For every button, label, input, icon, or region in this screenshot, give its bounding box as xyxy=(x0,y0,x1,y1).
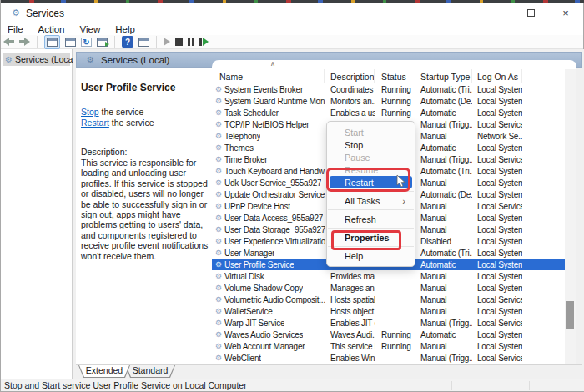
service-startup-type-cell: Automatic (Tri... xyxy=(415,85,472,94)
context-menu-item-refresh[interactable]: Refresh xyxy=(330,213,412,225)
table-row[interactable]: ⚙Task SchedulerEnables a us...RunningAut… xyxy=(212,107,565,118)
table-row[interactable]: ⚙Volumetric Audio Composit...Hosts spati… xyxy=(212,294,565,305)
gear-icon: ⚙ xyxy=(215,319,222,327)
menu-bar: File Action View Help xyxy=(1,23,583,35)
service-description-cell: Enables JIT c... xyxy=(325,319,375,328)
service-status-cell: Running xyxy=(375,330,415,339)
help-button[interactable]: ? xyxy=(122,36,133,48)
gear-icon: ⚙ xyxy=(215,272,222,280)
service-name: User Profile Service xyxy=(224,260,294,269)
service-name-cell: ⚙System Guard Runtime Mon... xyxy=(212,97,325,106)
table-row[interactable]: ⚙WalletServiceHosts object...ManualLocal… xyxy=(212,305,565,317)
restart-service-button[interactable] xyxy=(199,38,209,46)
show-console-tree-button[interactable] xyxy=(44,35,60,49)
context-menu-item-resume[interactable]: Resume xyxy=(330,163,412,176)
export-list-button[interactable] xyxy=(97,38,108,47)
service-status-cell: Running xyxy=(375,97,415,106)
header-bar-label: Services (Local) xyxy=(101,55,169,65)
context-menu-item-pause[interactable]: Pause xyxy=(330,151,412,163)
context-menu-item-stop[interactable]: Stop xyxy=(330,138,412,151)
context-menu-item-properties[interactable]: Properties xyxy=(330,231,412,244)
service-name: Touch Keyboard and Handw... xyxy=(224,167,325,176)
gear-icon: ⚙ xyxy=(215,155,222,163)
table-row[interactable]: ⚙Web Account ManagerThis service i...Run… xyxy=(212,340,565,352)
stop-service-link[interactable]: Stop xyxy=(81,107,99,117)
service-description: This service is responsible for loading … xyxy=(81,158,214,261)
table-row[interactable]: ⚙Waves Audio ServicesWaves Audi...Runnin… xyxy=(212,329,565,340)
start-service-button[interactable] xyxy=(164,38,170,46)
toolbar-separator xyxy=(114,36,115,48)
service-startup-type-cell: Manual xyxy=(415,132,472,141)
column-header-description[interactable]: Description xyxy=(325,69,375,83)
show-action-pane-button[interactable] xyxy=(138,38,149,47)
status-text: Stop and Start service User Profile Serv… xyxy=(4,380,247,390)
back-button[interactable] xyxy=(3,38,14,46)
service-name-cell: ⚙WalletService xyxy=(212,307,325,316)
services-window: ⚙ Services × File Action View Help ↻ ? ⚙ xyxy=(0,0,584,392)
service-name-cell: ⚙UPnP Device Host xyxy=(212,202,325,211)
minimize-button[interactable] xyxy=(478,3,513,23)
service-startup-type-cell: Disabled xyxy=(415,237,472,246)
tab-standard[interactable]: Standard xyxy=(125,365,175,378)
menu-action[interactable]: Action xyxy=(31,24,73,34)
status-bar-divider xyxy=(529,381,530,390)
tree-item-services-local[interactable]: ⚙ Services (Local) xyxy=(3,53,70,66)
service-startup-type-cell: Manual xyxy=(415,284,472,293)
table-row[interactable]: ⚙System Events BrokerCoordinates ...Runn… xyxy=(212,83,565,95)
menu-separator xyxy=(328,228,414,229)
menu-view[interactable]: View xyxy=(73,24,108,34)
service-log-on-as-cell: Local System xyxy=(472,214,522,223)
play-icon xyxy=(164,38,170,46)
forward-arrow-icon xyxy=(19,38,30,46)
status-bar-divider xyxy=(451,381,452,390)
service-log-on-as-cell: Local System xyxy=(472,342,522,351)
gear-icon: ⚙ xyxy=(215,260,222,269)
context-menu-item-help[interactable]: Help xyxy=(330,249,412,262)
table-row[interactable]: ⚙WebClientEnables Win...Manual (Trigg...… xyxy=(212,352,565,364)
description-label: Description: xyxy=(81,147,214,157)
column-header-status[interactable]: Status xyxy=(375,69,415,83)
close-button[interactable]: × xyxy=(548,3,583,23)
gear-icon: ⚙ xyxy=(5,55,13,64)
service-log-on-as-cell: Local System xyxy=(472,143,522,153)
stop-service-button[interactable] xyxy=(175,38,183,46)
table-row[interactable]: ⚙Volume Shadow CopyManages an...ManualLo… xyxy=(212,282,565,294)
service-name: System Events Broker xyxy=(224,85,303,94)
table-row[interactable]: ⚙Virtual DiskProvides ma...ManualLocal S… xyxy=(212,270,565,282)
column-header-startup-type[interactable]: Startup Type xyxy=(415,69,472,83)
forward-button[interactable] xyxy=(19,38,30,46)
menu-file[interactable]: File xyxy=(1,24,31,34)
restart-service-link[interactable]: Restart xyxy=(81,118,109,128)
maximize-button[interactable] xyxy=(513,3,548,23)
table-row[interactable]: ⚙System Guard Runtime Mon...Monitors an.… xyxy=(212,95,565,107)
pause-service-button[interactable] xyxy=(188,38,194,46)
service-startup-type-cell: Manual xyxy=(415,225,472,234)
table-row[interactable]: ⚙Warp JIT ServiceEnables JIT c...Manual … xyxy=(212,317,565,329)
service-description-cell: Hosts object... xyxy=(325,307,375,316)
context-menu-item-start[interactable]: Start xyxy=(330,126,412,138)
context-menu-item-restart[interactable]: Restart xyxy=(330,176,412,188)
service-name: Time Broker xyxy=(224,155,267,164)
menu-separator xyxy=(328,209,414,210)
menu-help[interactable]: Help xyxy=(108,24,143,34)
column-header-name[interactable]: Name xyxy=(212,69,325,83)
service-log-on-as-cell: Local System xyxy=(472,249,522,258)
service-name-cell: ⚙Volume Shadow Copy xyxy=(212,284,325,293)
column-header-log-on-as[interactable]: Log On As xyxy=(472,69,522,83)
service-startup-type-cell: Automatic (Tri... xyxy=(415,249,472,258)
service-startup-type-cell: Automatic (De... xyxy=(415,190,472,199)
service-log-on-as-cell: Local System xyxy=(472,85,522,94)
refresh-button[interactable]: ↻ xyxy=(81,38,92,47)
service-name-cell: ⚙TCP/IP NetBIOS Helper xyxy=(212,120,325,129)
vertical-scrollbar[interactable] xyxy=(565,69,576,364)
service-name-cell: ⚙Touch Keyboard and Handw... xyxy=(212,167,325,176)
scrollbar-thumb[interactable] xyxy=(566,301,574,329)
service-description-cell: Enables Win... xyxy=(325,354,375,363)
service-name-cell: ⚙Time Broker xyxy=(212,155,325,164)
service-name: WebClient xyxy=(224,354,261,363)
context-menu-item-all-tasks[interactable]: All Tasks› xyxy=(330,194,412,207)
tab-extended[interactable]: Extended xyxy=(78,365,130,378)
service-log-on-as-cell: Local System xyxy=(472,237,522,246)
properties-button[interactable] xyxy=(65,38,76,47)
service-startup-type-cell: Manual xyxy=(415,202,472,211)
